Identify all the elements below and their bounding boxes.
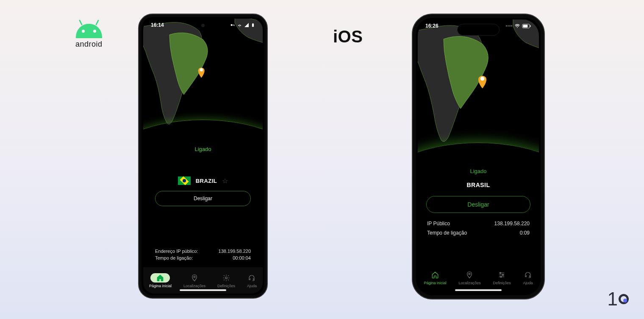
tab-label: Página inicial bbox=[149, 284, 172, 288]
tab-label: Ajuda bbox=[523, 281, 533, 285]
watermark-logo: 1 bbox=[608, 288, 629, 310]
tab-label: Localizações bbox=[458, 281, 480, 285]
tab-label: Localizações bbox=[183, 284, 205, 288]
tab-settings[interactable]: Definições bbox=[217, 273, 235, 288]
signal-icon bbox=[244, 22, 249, 28]
ip-label: Endereço IP público: bbox=[155, 249, 198, 254]
duration-label: Tempo de ligação bbox=[427, 230, 467, 236]
world-map bbox=[143, 19, 263, 142]
location-pin-icon bbox=[466, 271, 473, 279]
tab-label: Definições bbox=[493, 281, 511, 285]
connection-info: IP Público138.199.58.220 Tempo de ligaçã… bbox=[427, 219, 530, 238]
tab-home[interactable]: Página inicial bbox=[149, 273, 172, 288]
current-location[interactable]: BRASIL bbox=[418, 182, 539, 188]
ip-label: IP Público bbox=[427, 221, 450, 227]
status-time: 16:26 bbox=[425, 23, 439, 29]
headset-icon bbox=[524, 271, 532, 279]
map-svg bbox=[418, 20, 539, 164]
ios-phone-frame: 16:26 ···· Ligado bbox=[412, 14, 545, 299]
android-phone-frame: 16:14 Ligado bbox=[138, 14, 268, 299]
battery-icon bbox=[251, 22, 255, 28]
battery-icon bbox=[522, 24, 531, 28]
svg-point-13 bbox=[500, 272, 501, 274]
location-pin-icon bbox=[191, 274, 198, 282]
connection-info: Endereço IP público:138.199.58.220 Tempo… bbox=[153, 248, 253, 261]
headset-icon bbox=[248, 274, 255, 282]
connection-status: Ligado bbox=[143, 146, 263, 152]
svg-point-14 bbox=[502, 274, 504, 275]
tab-label: Definições bbox=[217, 284, 235, 288]
svg-rect-10 bbox=[530, 25, 531, 27]
home-indicator bbox=[180, 289, 226, 291]
tab-settings[interactable]: Definições bbox=[493, 270, 511, 285]
svg-point-12 bbox=[469, 273, 471, 274]
tab-home[interactable]: Página inicial bbox=[424, 270, 446, 285]
svg-rect-3 bbox=[252, 24, 254, 27]
duration-label: Tempo de ligação: bbox=[155, 255, 193, 260]
ip-value: 138.199.58.220 bbox=[494, 221, 530, 227]
svg-point-5 bbox=[200, 68, 203, 72]
svg-rect-2 bbox=[234, 25, 234, 26]
location-name: BRASIL bbox=[466, 182, 490, 188]
ip-value: 138.199.58.220 bbox=[219, 249, 251, 254]
gear-icon bbox=[222, 274, 230, 282]
map-pin-icon bbox=[478, 76, 486, 89]
cellular-dots-icon: ···· bbox=[506, 23, 513, 28]
dynamic-island bbox=[457, 24, 500, 36]
tab-help[interactable]: Ajuda bbox=[247, 273, 257, 288]
tab-locations[interactable]: Localizações bbox=[458, 270, 480, 285]
home-icon bbox=[156, 274, 164, 282]
svg-point-11 bbox=[480, 77, 485, 81]
map-pin-icon bbox=[198, 67, 205, 78]
svg-point-15 bbox=[500, 276, 502, 277]
current-location[interactable]: BRAZIL ☆ bbox=[143, 176, 263, 185]
tab-help[interactable]: Ajuda bbox=[523, 270, 533, 285]
world-map bbox=[418, 20, 539, 164]
svg-rect-9 bbox=[523, 25, 527, 27]
wifi-icon bbox=[237, 22, 242, 28]
ios-wordmark: iOS bbox=[333, 27, 363, 46]
svg-point-7 bbox=[225, 277, 228, 279]
ios-screen: 16:26 ···· Ligado bbox=[418, 20, 539, 294]
brazil-flag-icon bbox=[178, 176, 191, 185]
tab-locations[interactable]: Localizações bbox=[183, 273, 205, 288]
duration-value: 0:09 bbox=[520, 230, 530, 236]
duration-value: 00:00:04 bbox=[233, 255, 251, 260]
android-screen: 16:14 Ligado bbox=[143, 19, 263, 294]
favorite-star-icon[interactable]: ☆ bbox=[222, 177, 228, 185]
status-icons bbox=[230, 22, 255, 28]
connection-status: Ligado bbox=[418, 168, 539, 174]
status-time: 16:14 bbox=[151, 22, 164, 28]
front-camera-dot bbox=[201, 24, 205, 27]
tab-label: Página inicial bbox=[424, 281, 446, 285]
svg-point-6 bbox=[194, 276, 195, 277]
disconnect-button[interactable]: Desligar bbox=[426, 196, 530, 213]
disconnect-button[interactable]: Desligar bbox=[155, 191, 251, 206]
svg-point-0 bbox=[231, 24, 233, 26]
svg-rect-4 bbox=[253, 23, 253, 24]
home-icon bbox=[431, 271, 439, 279]
tab-label: Ajuda bbox=[247, 284, 257, 288]
android-logo: android bbox=[75, 24, 103, 49]
android-wordmark: android bbox=[75, 40, 103, 49]
wifi-icon bbox=[514, 23, 520, 29]
location-name: BRAZIL bbox=[196, 178, 217, 184]
status-icons: ···· bbox=[506, 23, 531, 29]
sliders-icon bbox=[498, 271, 505, 279]
home-indicator bbox=[455, 289, 502, 291]
vpn-key-icon bbox=[230, 22, 235, 28]
